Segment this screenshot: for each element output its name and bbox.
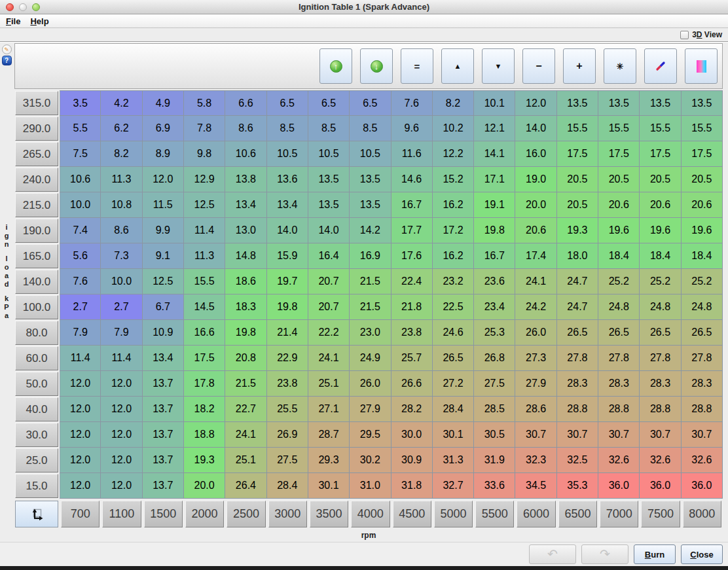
table-cell[interactable]: 30.1 (433, 422, 474, 448)
burn-button[interactable]: Burn (634, 544, 676, 564)
table-cell[interactable]: 28.2 (391, 397, 433, 422)
undo-button[interactable]: ↶ (529, 544, 576, 564)
table-cell[interactable]: 25.2 (682, 269, 723, 294)
table-cell[interactable]: 17.5 (640, 141, 681, 167)
table-cell[interactable]: 6.7 (143, 294, 184, 320)
table-cell[interactable]: 12.0 (60, 371, 101, 397)
table-cell[interactable]: 20.6 (682, 192, 723, 218)
menu-item-help[interactable]: Help (30, 16, 48, 26)
table-cell[interactable]: 33.6 (474, 473, 515, 499)
scale-down-button[interactable]: ↓ (360, 48, 393, 84)
table-cell[interactable]: 30.2 (350, 448, 391, 473)
table-cell[interactable]: 28.7 (308, 422, 350, 448)
subtract-button[interactable]: − (522, 48, 555, 84)
table-cell[interactable]: 20.0 (184, 473, 225, 499)
table-cell[interactable]: 28.6 (515, 397, 556, 422)
table-cell[interactable]: 30.7 (557, 422, 598, 448)
table-cell[interactable]: 27.8 (598, 346, 640, 371)
table-cell[interactable]: 7.3 (101, 243, 142, 269)
table-cell[interactable]: 9.8 (184, 141, 225, 167)
table-cell[interactable]: 28.8 (557, 397, 598, 422)
table-cell[interactable]: 11.4 (101, 346, 142, 371)
table-cell[interactable]: 19.6 (598, 218, 640, 243)
table-cell[interactable]: 28.8 (640, 397, 681, 422)
table-cell[interactable]: 35.3 (557, 473, 598, 499)
table-cell[interactable]: 12.0 (101, 397, 142, 422)
increment-button[interactable]: ▲ (441, 48, 474, 84)
scale-up-button[interactable]: ↑ (319, 48, 352, 84)
table-cell[interactable]: 20.6 (515, 218, 556, 243)
table-cell[interactable]: 24.8 (640, 294, 681, 320)
table-cell[interactable]: 32.7 (433, 473, 474, 499)
table-cell[interactable]: 7.6 (391, 90, 433, 116)
table-cell[interactable]: 28.8 (682, 397, 723, 422)
table-cell[interactable]: 7.4 (60, 218, 101, 243)
table-cell[interactable]: 10.8 (101, 192, 142, 218)
table-cell[interactable]: 27.8 (682, 346, 723, 371)
table-cell[interactable]: 15.5 (682, 116, 723, 141)
table-cell[interactable]: 13.6 (267, 167, 308, 192)
table-cell[interactable]: 30.0 (391, 422, 433, 448)
table-cell[interactable]: 17.7 (391, 218, 433, 243)
table-cell[interactable]: 8.5 (308, 116, 350, 141)
table-cell[interactable]: 36.0 (640, 473, 681, 499)
decrement-button[interactable]: ▼ (482, 48, 515, 84)
table-cell[interactable]: 25.7 (391, 346, 433, 371)
table-cell[interactable]: 12.0 (101, 422, 142, 448)
table-cell[interactable]: 19.1 (474, 192, 515, 218)
table-cell[interactable]: 25.5 (267, 397, 308, 422)
table-cell[interactable]: 21.4 (267, 320, 308, 346)
table-cell[interactable]: 23.0 (350, 320, 391, 346)
table-cell[interactable]: 12.0 (60, 448, 101, 473)
table-cell[interactable]: 17.2 (433, 218, 474, 243)
table-cell[interactable]: 8.2 (101, 141, 142, 167)
close-window-button[interactable] (6, 3, 14, 11)
table-cell[interactable]: 24.7 (557, 269, 598, 294)
table-cell[interactable]: 19.3 (557, 218, 598, 243)
table-cell[interactable]: 25.2 (598, 269, 640, 294)
table-cell[interactable]: 12.2 (433, 141, 474, 167)
table-cell[interactable]: 8.5 (350, 116, 391, 141)
table-cell[interactable]: 12.0 (101, 448, 142, 473)
table-cell[interactable]: 11.6 (391, 141, 433, 167)
table-cell[interactable]: 20.7 (308, 294, 350, 320)
table-cell[interactable]: 18.0 (557, 243, 598, 269)
set-equal-button[interactable]: = (401, 48, 433, 84)
table-cell[interactable]: 30.7 (682, 422, 723, 448)
table-cell[interactable]: 17.8 (184, 371, 225, 397)
table-cell[interactable]: 8.5 (267, 116, 308, 141)
table-cell[interactable]: 10.1 (474, 90, 515, 116)
table-cell[interactable]: 19.8 (267, 294, 308, 320)
table-cell[interactable]: 20.6 (640, 192, 681, 218)
table-cell[interactable]: 14.1 (474, 141, 515, 167)
multiply-button[interactable]: ✳ (604, 48, 636, 84)
table-cell[interactable]: 10.5 (308, 141, 350, 167)
table-cell[interactable]: 20.7 (308, 269, 350, 294)
table-cell[interactable]: 26.5 (598, 320, 640, 346)
table-cell[interactable]: 27.8 (557, 346, 598, 371)
table-cell[interactable]: 6.5 (350, 90, 391, 116)
table-cell[interactable]: 12.0 (60, 397, 101, 422)
table-cell[interactable]: 20.5 (598, 167, 640, 192)
table-cell[interactable]: 19.0 (515, 167, 556, 192)
table-cell[interactable]: 17.5 (557, 141, 598, 167)
table-cell[interactable]: 11.4 (60, 346, 101, 371)
table-cell[interactable]: 13.8 (225, 167, 266, 192)
table-cell[interactable]: 19.8 (474, 218, 515, 243)
table-cell[interactable]: 28.3 (557, 371, 598, 397)
table-cell[interactable]: 22.7 (225, 397, 266, 422)
table-cell[interactable]: 17.5 (598, 141, 640, 167)
table-cell[interactable]: 23.8 (267, 371, 308, 397)
table-cell[interactable]: 8.6 (101, 218, 142, 243)
table-cell[interactable]: 31.9 (474, 448, 515, 473)
table-cell[interactable]: 13.5 (640, 90, 681, 116)
swap-axes-button[interactable] (15, 501, 58, 527)
table-cell[interactable]: 15.2 (433, 167, 474, 192)
table-cell[interactable]: 9.1 (143, 243, 184, 269)
table-cell[interactable]: 28.4 (433, 397, 474, 422)
table-cell[interactable]: 20.5 (640, 167, 681, 192)
table-cell[interactable]: 17.6 (391, 243, 433, 269)
table-cell[interactable]: 27.9 (350, 397, 391, 422)
table-cell[interactable]: 26.9 (267, 422, 308, 448)
table-cell[interactable]: 6.5 (267, 90, 308, 116)
